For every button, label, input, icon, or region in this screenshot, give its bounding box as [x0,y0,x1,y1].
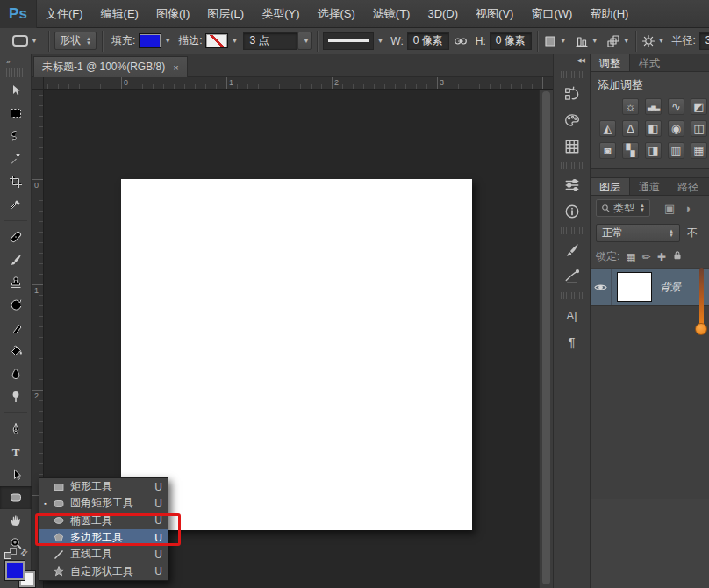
tab-channels[interactable]: 通道 [630,178,669,195]
path-arrange-icon[interactable] [606,34,620,48]
filter-pixel-layers-icon[interactable]: ▣ [664,202,675,215]
history-brush-tool[interactable] [0,294,32,317]
swap-colors-icon[interactable]: ⇄ [18,547,30,559]
exposure-icon[interactable]: ◩ [691,98,707,115]
curves-icon[interactable]: ∿ [668,98,684,115]
brush-panel-icon[interactable] [555,237,590,263]
paragraph-panel-icon[interactable]: ¶ [555,328,590,355]
shape-width-input[interactable]: 0 像素 [407,32,449,50]
clone-stamp-tool[interactable] [0,271,32,294]
document-scrollbar[interactable] [539,90,553,588]
brush-tool[interactable] [0,248,32,271]
horizontal-ruler[interactable]: 0 1 2 3 [44,77,553,90]
ruler-corner[interactable] [32,77,44,90]
levels-icon[interactable]: ▃▅▂ [645,98,662,115]
default-colors-control[interactable]: ⇄ [3,548,29,560]
move-tool[interactable] [0,79,32,102]
layer-thumbnail[interactable] [617,272,652,302]
flyout-item-line-tool[interactable]: 直线工具 U [39,546,168,563]
black-white-icon[interactable]: ◧ [645,120,662,137]
gear-icon[interactable] [641,34,655,48]
brush-presets-panel-icon[interactable] [555,263,590,290]
menu-type[interactable]: 类型(Y) [253,0,308,28]
tool-preset-picker[interactable] [7,32,43,50]
lasso-tool[interactable] [0,125,32,147]
flyout-item-custom-shape-tool[interactable]: 自定形状工具 U [39,563,168,580]
link-dimensions-icon[interactable] [454,34,468,48]
filter-adjustment-layers-icon[interactable]: ◑ [684,202,691,215]
collapse-panels-icon[interactable]: ◀◀ [554,54,590,68]
vibrance-icon[interactable]: ◭ [599,120,616,137]
foreground-color-swatch[interactable] [5,561,25,580]
color-panel-icon[interactable] [555,107,590,133]
shape-height-input[interactable]: 0 像素 [490,32,532,50]
menu-image[interactable]: 图像(I) [147,0,198,28]
eraser-tool[interactable] [0,317,32,340]
blend-mode-select[interactable]: 正常 [596,224,680,242]
path-operations-icon[interactable] [543,34,557,48]
stroke-style-picker[interactable] [323,32,374,50]
crop-tool[interactable] [0,170,32,193]
channel-mixer-icon[interactable]: ◫ [691,120,707,137]
tab-layers[interactable]: 图层 [591,178,630,195]
path-selection-tool[interactable] [0,463,32,486]
dodge-tool[interactable] [0,385,32,408]
color-balance-icon[interactable]: ∆ [622,120,639,137]
lock-position-icon[interactable]: ✚ [657,251,666,263]
menu-view[interactable]: 视图(V) [467,0,522,28]
path-align-icon[interactable] [575,34,589,48]
fill-dropdown-arrow[interactable] [164,37,171,45]
lock-image-icon[interactable]: ✏ [642,251,651,263]
invert-icon[interactable]: ◙ [599,142,616,159]
radius-input[interactable]: 3 像素 [699,32,709,50]
menu-file[interactable]: 文件(F) [37,0,92,28]
threshold-icon[interactable]: ◨ [645,142,662,159]
menu-window[interactable]: 窗口(W) [522,0,581,28]
menu-select[interactable]: 选择(S) [308,0,363,28]
menu-edit[interactable]: 编辑(E) [92,0,147,28]
toolbar-expand-icon[interactable]: » [0,56,31,68]
character-panel-icon[interactable]: A| [555,302,590,328]
close-icon[interactable]: × [173,62,178,73]
menu-3d[interactable]: 3D(D) [419,0,467,28]
shape-tool[interactable] [0,486,32,509]
history-panel-icon[interactable] [555,81,590,107]
stroke-width-dropdown[interactable] [297,32,312,50]
stroke-color-swatch[interactable] [205,33,228,48]
flyout-item-rectangle-tool[interactable]: 矩形工具 U [39,478,168,495]
tool-mode-select[interactable]: 形状 [54,32,97,50]
canvas[interactable] [121,179,472,530]
menu-layer[interactable]: 图层(L) [198,0,253,28]
toolbar-grip[interactable] [6,68,25,77]
swatches-panel-icon[interactable] [555,133,590,160]
type-tool[interactable]: T [0,441,32,463]
document-tab[interactable]: 未标题-1 @ 100%(RGB/8) × [33,56,188,77]
photo-filter-icon[interactable]: ◉ [668,120,684,137]
properties-panel-icon[interactable] [555,172,590,198]
blur-tool[interactable] [0,362,32,385]
pen-tool[interactable] [0,418,32,441]
posterize-icon[interactable]: ▚ [622,142,639,159]
tab-paths[interactable]: 路径 [669,178,707,195]
flyout-item-rounded-rectangle-tool[interactable]: ▪ 圆角矩形工具 U [39,495,168,512]
info-panel-icon[interactable] [555,198,590,225]
stroke-style-arrow[interactable] [376,37,383,45]
healing-brush-tool[interactable] [0,226,32,248]
fill-color-swatch[interactable] [139,33,161,48]
brightness-contrast-icon[interactable]: ☼ [622,98,639,115]
stroke-dropdown-arrow[interactable] [231,37,238,45]
eyedropper-tool[interactable] [0,193,32,216]
layers-empty-area[interactable] [591,306,709,499]
paint-bucket-tool[interactable] [0,340,32,362]
tab-adjustments[interactable]: 调整 [591,54,630,71]
lock-all-icon[interactable] [672,250,683,263]
layer-row-background[interactable]: 背景 [591,268,709,306]
layer-visibility-toggle[interactable] [591,269,612,305]
selective-color-icon[interactable]: ▦ [691,142,707,159]
marquee-tool[interactable] [0,102,32,125]
tab-styles[interactable]: 样式 [630,54,669,71]
stroke-width-input[interactable]: 3 点 [243,32,297,50]
hand-tool[interactable] [0,509,32,532]
magic-wand-tool[interactable] [0,147,32,170]
menu-help[interactable]: 帮助(H) [581,0,637,28]
